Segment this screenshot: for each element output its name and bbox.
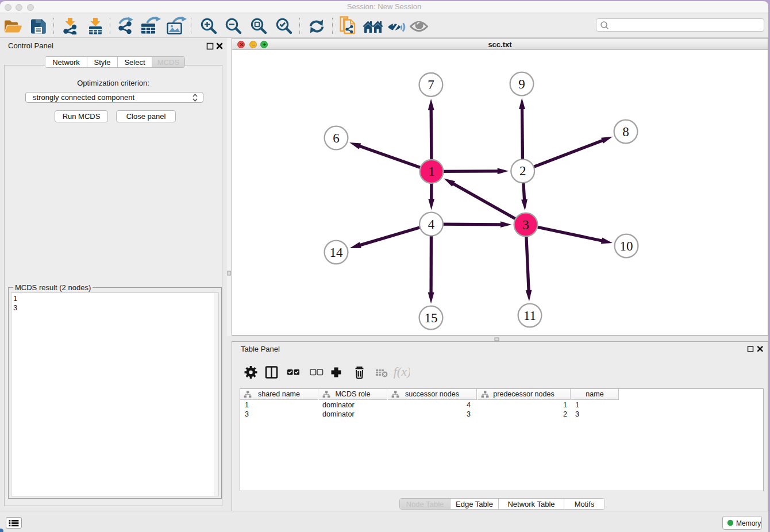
svg-text:8: 8 xyxy=(622,125,629,139)
svg-text:f(x): f(x) xyxy=(394,365,410,379)
svg-text:7: 7 xyxy=(428,78,434,92)
svg-text:6: 6 xyxy=(333,131,340,145)
svg-text:2: 2 xyxy=(519,164,526,178)
svg-text:3: 3 xyxy=(522,218,529,232)
svg-text:14: 14 xyxy=(330,245,344,260)
svg-text:15: 15 xyxy=(425,311,438,325)
svg-text:1: 1 xyxy=(428,164,435,179)
svg-text:9: 9 xyxy=(518,77,525,91)
svg-text:10: 10 xyxy=(620,239,633,253)
svg-text:11: 11 xyxy=(523,309,536,323)
svg-text:4: 4 xyxy=(428,217,435,232)
